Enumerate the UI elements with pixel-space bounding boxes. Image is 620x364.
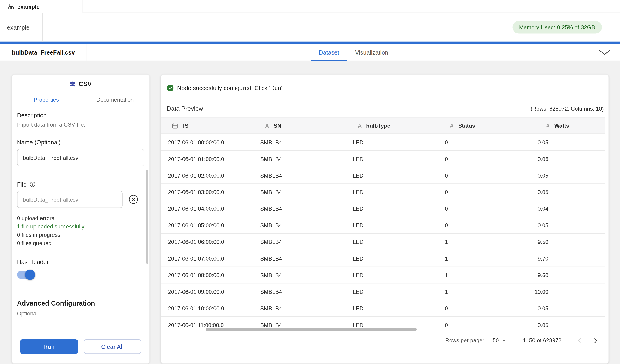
previous-page-button[interactable] [576,337,583,343]
node-status-message: Node succesfully configured. Click 'Run' [177,85,282,91]
has-header-label: Has Header [17,258,144,265]
app-root: example example Memory Used: 0.25% of 32… [0,0,620,364]
tab-strip-background [83,0,620,13]
text-type-icon: A [357,123,363,129]
table-cell: LED [346,200,438,217]
toggle-knob [25,270,35,280]
success-check-icon [167,85,173,91]
table-cell: SMBLB4 [253,184,346,200]
table-row: 2017-06-01 05:00:00.0SMBLB4LED00.05 [161,217,605,233]
window-tab-strip: example [0,0,620,13]
table-cell: SMBLB4 [253,250,346,267]
node-title: bulbData_FreeFall.csv [0,44,87,61]
table-cell: 2017-06-01 03:00:00.0 [161,184,253,200]
rows-per-page-value: 50 [493,337,499,343]
table-cell: SMBLB4 [253,300,346,317]
column-header-watts: #Watts [534,117,605,134]
table-cell: 0.05 [534,317,605,331]
panel-scrollbar[interactable] [146,169,148,263]
tab-properties[interactable]: Properties [12,93,81,106]
run-button[interactable]: Run [20,339,78,354]
clear-all-button[interactable]: Clear All [84,339,141,354]
file-input[interactable] [17,191,123,208]
file-field-label: File [17,181,27,188]
horizontal-scrollbar[interactable] [206,328,417,331]
memory-usage-badge: Memory Used: 0.25% of 32GB [512,21,602,34]
table-cell: 2017-06-01 06:00:00.0 [161,233,253,250]
table-cell: SMBLB4 [253,200,346,217]
info-icon[interactable] [30,182,36,188]
table-cell: SMBLB4 [253,267,346,283]
rows-per-page-select[interactable]: 50 [493,337,505,343]
upload-status-line: 0 files in progress [17,231,144,239]
database-icon [70,81,76,87]
column-label: TS [182,123,189,129]
column-header-sn: ASN [253,117,346,134]
table-row: 2017-06-01 04:00:00.0SMBLB4LED00.04 [161,200,605,217]
column-header-ts: TS [161,117,253,134]
node-type-header: CSV [12,75,149,93]
properties-panel: CSV Properties Documentation Description… [12,74,150,364]
chevron-down-icon[interactable] [599,49,611,55]
table-cell: SMBLB4 [253,134,346,150]
table-cell: 0.05 [534,300,605,317]
workflow-icon [8,3,14,10]
table-cell: 0 [438,167,534,184]
table-row: 2017-06-01 09:00:00.0SMBLB4LED110.00 [161,283,605,300]
table-cell: 9.60 [534,267,605,283]
table-cell: LED [346,217,438,233]
table-cell: 2017-06-01 05:00:00.0 [161,217,253,233]
next-page-button[interactable] [593,337,599,343]
table-cell: 0 [438,300,534,317]
panel-body: Description Import data from a CSV file.… [12,106,149,333]
tab-documentation[interactable]: Documentation [81,93,149,106]
pagination-range: 1–50 of 628972 [523,337,561,343]
table-cell: 2017-06-01 07:00:00.0 [161,250,253,267]
remove-file-icon[interactable] [128,195,138,204]
text-type-icon: A [264,123,270,129]
table-cell: SMBLB4 [253,283,346,300]
table-cell: SMBLB4 [253,167,346,184]
number-type-icon: # [449,123,455,129]
tab-dataset[interactable]: Dataset [311,44,347,61]
main-content: CSV Properties Documentation Description… [0,61,620,364]
node-toolbar: bulbData_FreeFall.csv Dataset Visualizat… [0,44,620,61]
table-row: 2017-06-01 06:00:00.0SMBLB4LED19.50 [161,233,605,250]
advanced-config-sublabel: Optional [17,310,144,317]
advanced-config-label: Advanced Configuration [17,300,144,307]
workspace-tab-label: example [17,3,40,10]
table-cell: 2017-06-01 00:00:00.0 [161,134,253,150]
table-cell: 0 [438,200,534,217]
upload-status-line: 0 files queued [17,239,144,248]
table-cell: 1 [438,233,534,250]
data-preview-header: Data Preview (Rows: 628972, Columns: 10) [161,91,609,112]
upload-status-line: 1 file uploaded successfully [17,223,144,231]
description-text: Import data from a CSV file. [17,121,144,128]
name-input[interactable] [17,149,144,166]
table-cell: 2017-06-01 04:00:00.0 [161,200,253,217]
table-cell: LED [346,267,438,283]
table-row: 2017-06-01 00:00:00.0SMBLB4LED00.05 [161,134,605,150]
table-cell: LED [346,150,438,167]
table-cell: SMBLB4 [253,217,346,233]
table-row: 2017-06-01 03:00:00.0SMBLB4LED00.05 [161,184,605,200]
table-cell: 0 [438,150,534,167]
app-header-right: Memory Used: 0.25% of 32GB [43,13,620,41]
table-cell: 2017-06-01 09:00:00.0 [161,283,253,300]
table-cell: LED [346,233,438,250]
table-cell: LED [346,300,438,317]
table-cell: 2017-06-01 08:00:00.0 [161,267,253,283]
has-header-toggle[interactable] [17,271,34,279]
toolbar-tabs: Dataset Visualization [87,44,620,61]
number-type-icon: # [545,123,551,129]
workspace-tab[interactable]: example [0,0,83,13]
table-cell: LED [346,250,438,267]
tab-visualization[interactable]: Visualization [347,44,396,61]
column-label: SN [274,123,281,129]
table-cell: LED [346,283,438,300]
file-field-row [17,187,144,208]
accent-divider [0,42,620,44]
data-preview-title: Data Preview [167,105,203,112]
table-row: 2017-06-01 01:00:00.0SMBLB4LED00.06 [161,150,605,167]
table-cell: 2017-06-01 10:00:00.0 [161,300,253,317]
